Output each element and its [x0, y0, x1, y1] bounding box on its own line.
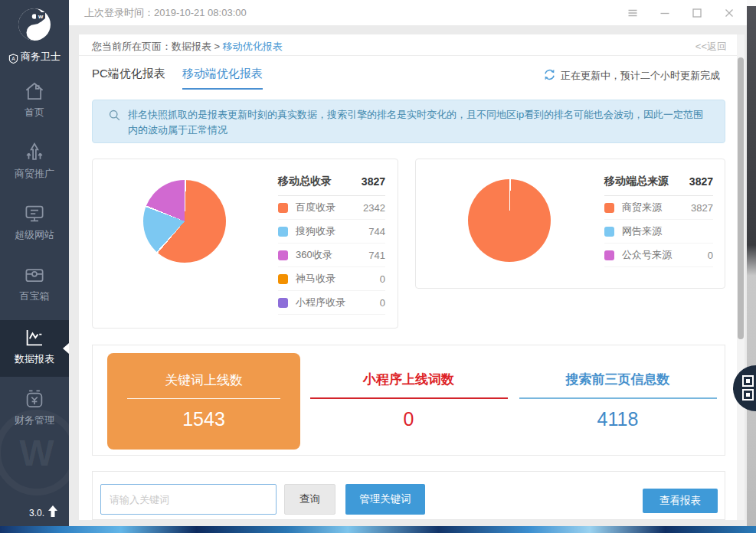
stat-value: 0	[307, 408, 510, 430]
legend-swatch	[604, 250, 614, 260]
legend-swatch	[278, 203, 288, 213]
legend-value: 0	[708, 250, 713, 261]
tab-mobile-report[interactable]: 移动端优化报表	[182, 67, 263, 90]
content-area: 您当前所在页面：数据报表 > 移动优化报表 <<返回 PC端优化报表 移动端优化…	[69, 25, 747, 526]
chart-total: 3827	[689, 175, 713, 188]
stats-panel: 关键词上线数 1543 小程序上线词数 0 搜索前三页信息数 4118	[92, 345, 725, 456]
legend-name: 商贸来源	[622, 201, 691, 214]
up-arrow-icon[interactable]	[47, 505, 58, 520]
update-status: 正在更新中，预计二个小时更新完成	[543, 68, 720, 83]
legend-value: 0	[380, 297, 385, 309]
keyword-input[interactable]	[100, 484, 277, 515]
legend-value: 741	[368, 250, 385, 261]
notice-banner: 排名快照抓取的是报表更新时刻的真实数据，搜索引擎的排名是实时变化的，且不同地区i…	[92, 100, 725, 143]
stat-value: 1543	[107, 408, 300, 430]
pie-chart-mobile-source	[468, 179, 551, 262]
titlebar: 上次登录时间：2019-10-21 08:03:00	[69, 0, 747, 25]
scrollbar-track[interactable]	[737, 34, 745, 520]
toolbox-icon	[23, 263, 46, 286]
legend-swatch	[278, 250, 288, 260]
legend-row: 商贸来源 3827	[604, 196, 713, 220]
legend-name: 360收录	[296, 248, 368, 262]
active-item-notch	[63, 343, 69, 354]
logo-icon: w	[16, 32, 53, 45]
chart-legend: 移动端总来源 3827 商贸来源 3827 网告来源	[604, 175, 713, 267]
finance-icon	[23, 387, 46, 410]
home-icon	[23, 80, 46, 103]
chart-title-row: 移动端总来源 3827	[604, 175, 713, 196]
report-tabs: PC端优化报表 移动端优化报表	[92, 67, 263, 90]
sidebar-item-label: 数据报表	[0, 352, 69, 366]
stat-card-top3-pages-info: 搜索前三页信息数 4118	[516, 345, 719, 456]
sidebar-item-label: 百宝箱	[0, 289, 69, 303]
sidebar-item-home[interactable]: 首页	[0, 74, 69, 132]
sidebar-item-toolbox[interactable]: 百宝箱	[0, 257, 69, 316]
legend-name: 神马收录	[296, 272, 380, 286]
main-panel: 您当前所在页面：数据报表 > 移动优化报表 <<返回 PC端优化报表 移动端优化…	[79, 34, 737, 520]
pie-chart-mobile-index	[143, 180, 226, 263]
super-website-icon	[23, 202, 46, 225]
breadcrumb: 您当前所在页面：数据报表 > 移动优化报表	[92, 40, 283, 54]
app-window: w A 商务卫士 首页	[0, 0, 756, 533]
stat-divider	[310, 397, 508, 399]
legend-row: 网告来源	[604, 220, 713, 244]
legend-row: 公众号来源 0	[604, 244, 713, 267]
legend-swatch	[278, 274, 288, 284]
maximize-icon[interactable]	[690, 6, 704, 20]
chart-card-mobile-source: 移动端总来源 3827 商贸来源 3827 网告来源	[415, 159, 725, 289]
stat-divider	[519, 397, 717, 399]
view-report-button[interactable]: 查看报表	[643, 489, 718, 513]
shield-badge-icon: A	[8, 47, 18, 66]
sidebar-item-super-website[interactable]: 超级网站	[0, 196, 69, 254]
legend-value: 3827	[691, 202, 713, 214]
sidebar-item-label: 商贸推广	[0, 167, 69, 181]
logo-label: 商务卫士	[21, 50, 61, 64]
stat-label: 搜索前三页信息数	[516, 371, 719, 388]
stat-card-keywords-online: 关键词上线数 1543	[107, 353, 300, 450]
stat-divider	[127, 398, 280, 399]
manage-keywords-button[interactable]: 管理关键词	[345, 484, 425, 515]
desktop-edge-strip	[747, 0, 756, 526]
sidebar-item-data-report[interactable]: 数据报表	[0, 320, 69, 377]
svg-text:w: w	[38, 13, 44, 20]
minimize-icon[interactable]	[658, 6, 672, 20]
version-label: 3.0.	[0, 505, 69, 520]
menu-icon[interactable]	[626, 6, 640, 20]
search-icon	[108, 109, 121, 125]
legend-row: 搜狗收录 744	[278, 220, 385, 244]
qr-code-icon	[733, 392, 756, 405]
legend-row: 百度收录 2342	[278, 196, 385, 220]
chart-title: 移动端总来源	[604, 175, 669, 188]
legend-name: 网告来源	[622, 224, 713, 238]
notice-text: 排名快照抓取的是报表更新时刻的真实数据，搜索引擎的排名是实时变化的，且不同地区i…	[128, 107, 706, 138]
query-button[interactable]: 查询	[284, 484, 335, 515]
stat-label: 关键词上线数	[107, 371, 300, 389]
chart-title: 移动总收录	[278, 175, 332, 188]
scrollbar-thumb[interactable]	[738, 57, 744, 339]
sidebar-watermark: W	[0, 410, 80, 495]
breadcrumb-row: 您当前所在页面：数据报表 > 移动优化报表 <<返回	[79, 34, 737, 56]
legend-value: 2342	[363, 202, 385, 214]
app-logo: w A 商务卫士	[0, 0, 69, 69]
back-link[interactable]: <<返回	[695, 40, 727, 54]
chart-legend: 移动总收录 3827 百度收录 2342 搜狗收录 744	[278, 175, 385, 315]
refresh-icon	[543, 68, 556, 83]
keyword-toolbar: 查询 管理关键词 查看报表	[92, 471, 725, 520]
legend-swatch	[604, 203, 614, 213]
chart-total: 3827	[362, 175, 385, 188]
legend-swatch	[278, 298, 288, 308]
legend-name: 百度收录	[296, 201, 363, 214]
legend-row: 小程序收录 0	[278, 291, 385, 315]
sidebar-item-promotion[interactable]: 商贸推广	[0, 135, 69, 193]
legend-value: 0	[380, 273, 385, 285]
legend-row: 360收录 741	[278, 244, 385, 267]
legend-name: 公众号来源	[622, 248, 708, 262]
legend-name: 小程序收录	[296, 296, 380, 309]
close-icon[interactable]	[722, 6, 736, 20]
legend-value: 744	[368, 226, 385, 237]
svg-text:A: A	[11, 56, 15, 61]
tab-pc-report[interactable]: PC端优化报表	[92, 67, 165, 90]
legend-swatch	[278, 227, 288, 237]
legend-swatch	[604, 227, 614, 237]
promotion-icon	[23, 141, 46, 164]
